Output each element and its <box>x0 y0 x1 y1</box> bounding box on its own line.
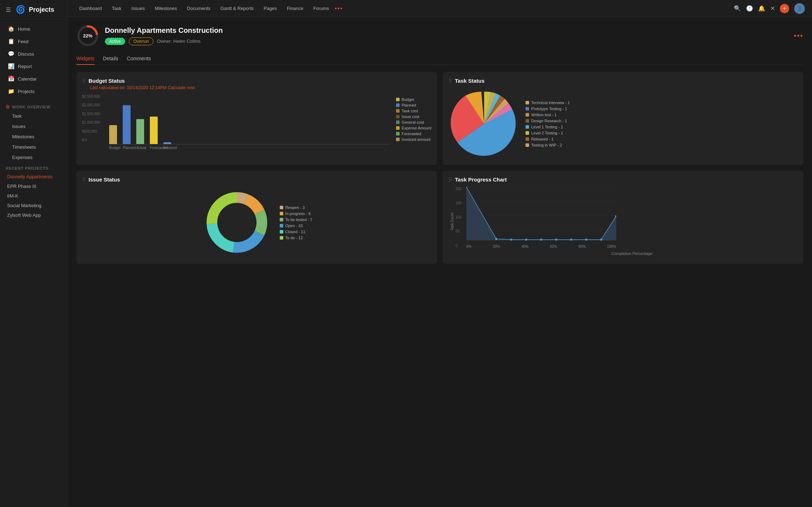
svg-point-8 <box>221 206 253 239</box>
sidebar-item-expenses[interactable]: Expenses <box>2 153 65 162</box>
legend-invoiced: Invoiced amount <box>396 137 431 142</box>
active-badge: Active <box>105 38 125 45</box>
recent-item-donnelly[interactable]: Donnelly Appartments <box>0 172 67 181</box>
xp-80: 80% <box>578 245 585 249</box>
bar-group-budget <box>109 125 117 144</box>
projects-icon: 📁 <box>8 88 14 94</box>
topnav-milestones[interactable]: Milestones <box>151 4 181 13</box>
sidebar-item-milestones[interactable]: Milestones <box>2 132 65 142</box>
svg-point-23 <box>600 239 602 241</box>
bars-area <box>109 94 390 144</box>
work-overview-icon: ⊙ <box>6 104 10 109</box>
legend-inprogress: In progress - 6 <box>280 211 313 216</box>
work-overview-label: WORK OVERVIEW <box>12 105 50 109</box>
sidebar-item-issues[interactable]: Issues <box>2 122 65 131</box>
app-title: Projects <box>29 6 54 14</box>
bar-actual <box>136 119 144 144</box>
calculate-now-link[interactable]: Calculate now <box>168 85 194 90</box>
app-logo: 🌀 <box>16 5 25 14</box>
recent-item-iimk[interactable]: IIM-K <box>0 191 67 201</box>
topnav-documents[interactable]: Documents <box>183 4 215 13</box>
legend-level2-testing: Level 2 Testing - 1 <box>526 131 570 135</box>
tab-widgets[interactable]: Widgets <box>76 53 95 65</box>
milestones-label: Milestones <box>12 134 34 139</box>
task-pie-wrapper: Technical interview - 1 Prototype Testin… <box>448 88 798 159</box>
yp-150: 150 <box>456 201 466 205</box>
task-progress-svg <box>466 187 616 244</box>
y-axis-label-wrapper: Task Count <box>448 187 456 256</box>
budget-chart-wrapper: $2,500,000 $2,000,000 $1,500,000 $1,000,… <box>82 94 431 150</box>
add-button[interactable]: + <box>780 4 789 13</box>
search-icon[interactable]: 🔍 <box>734 5 741 12</box>
sidebar-item-projects[interactable]: 📁 Projects <box>2 85 65 97</box>
x-label-forecasted: Forecasted <box>150 146 158 150</box>
recent-item-social[interactable]: Social Marketing <box>0 201 67 210</box>
sidebar-item-discuss[interactable]: 💬 Discuss <box>2 48 65 60</box>
legend-tobetested: To be tested - 7 <box>280 217 313 222</box>
recent-item-zylsoft[interactable]: Zylsoft Web App <box>0 210 67 220</box>
tab-details[interactable]: Details <box>103 53 118 65</box>
sidebar-item-timesheets[interactable]: Timesheets <box>2 142 65 152</box>
topnav-more-icon[interactable]: ••• <box>335 5 343 12</box>
issues-label: Issues <box>12 124 26 129</box>
close-icon[interactable]: ✕ <box>770 5 775 12</box>
sidebar-item-task[interactable]: Task <box>2 111 65 121</box>
calendar-icon: 📅 <box>8 76 14 82</box>
hamburger-icon[interactable]: ☰ <box>6 6 11 13</box>
clock-icon[interactable]: 🕐 <box>746 5 753 12</box>
budget-status-widget: ⠿ Budget Status Last calculated on: 10/1… <box>76 72 437 165</box>
budget-bar-chart: $2,500,000 $2,000,000 $1,500,000 $1,000,… <box>82 94 390 150</box>
task-grip-icon: ⠿ <box>448 78 452 84</box>
topnav-finance[interactable]: Finance <box>283 4 308 13</box>
legend-open: Open - 10 <box>280 224 313 228</box>
sidebar-item-label: Home <box>18 26 30 32</box>
bar-invoiced <box>163 142 171 144</box>
top-nav: Dashboard Task Issues Milestones Documen… <box>68 0 812 17</box>
bar-group-invoiced <box>163 142 171 144</box>
work-overview-section: ⊙ WORK OVERVIEW <box>0 101 67 111</box>
sidebar-item-report[interactable]: 📊 Report <box>2 60 65 72</box>
sidebar-item-calendar[interactable]: 📅 Calendar <box>2 73 65 85</box>
task-pie-chart <box>448 88 520 159</box>
topnav-pages[interactable]: Pages <box>259 4 281 13</box>
progress-label: 22% <box>83 33 92 39</box>
recent-projects-section: RECENT PROJECTS <box>0 163 67 172</box>
topnav-issues[interactable]: Issues <box>127 4 149 13</box>
sidebar-item-home[interactable]: 🏠 Home <box>2 23 65 35</box>
legend-closed: Closed - 11 <box>280 230 313 234</box>
issue-donut-chart <box>201 187 273 258</box>
topnav-task[interactable]: Task <box>108 4 126 13</box>
topnav-gantt[interactable]: Gantt & Reports <box>216 4 258 13</box>
recent-item-epr[interactable]: EPR Phase III <box>0 181 67 191</box>
x-label-planned: Planned <box>123 146 131 150</box>
avatar[interactable]: 👤 <box>794 3 805 14</box>
tab-comments[interactable]: Comments <box>127 53 151 65</box>
owner-text: Owner: Helen Collins <box>157 39 201 44</box>
xp-20: 20% <box>493 245 500 249</box>
project-header-left: 22% Donnelly Apartments Construction Act… <box>76 24 223 47</box>
x-labels-progress: 0% 20% 40% 60% 80% 100% <box>466 245 616 249</box>
legend-design-research: Design Research - 1 <box>526 119 570 123</box>
legend-prototype-testing: Prototype Testing - 1 <box>526 107 570 111</box>
budget-grip-icon: ⠿ <box>82 78 86 84</box>
issue-donut-wrapper: Reopen - 3 In progress - 6 To be tested … <box>82 187 431 258</box>
content-area: 22% Donnelly Apartments Construction Act… <box>68 17 812 507</box>
y-axis-label: Task Count <box>450 212 454 230</box>
project-options-button[interactable]: ••• <box>794 32 803 40</box>
sidebar-item-feed[interactable]: 📋 Feed <box>2 35 65 47</box>
svg-point-21 <box>570 239 572 241</box>
task-label: Task <box>12 113 22 119</box>
budget-legend: Budget Planned Task cost Issue cost Gene… <box>396 97 431 150</box>
legend-written-test: Written test - 1 <box>526 113 570 117</box>
timesheets-label: Timesheets <box>12 144 36 150</box>
sidebar-item-label: Feed <box>18 39 29 44</box>
svg-point-16 <box>495 238 497 240</box>
topnav-forums[interactable]: Forums <box>309 4 333 13</box>
topnav-dashboard[interactable]: Dashboard <box>75 4 106 13</box>
svg-point-20 <box>555 239 557 241</box>
home-icon: 🏠 <box>8 26 14 32</box>
progress-widget-header: ⠿ Task Progress Chart <box>448 176 798 183</box>
bell-icon[interactable]: 🔔 <box>758 5 765 12</box>
x-axis-title-wrapper: Completion Percentage <box>466 251 798 256</box>
sidebar-item-label: Report <box>18 64 32 69</box>
